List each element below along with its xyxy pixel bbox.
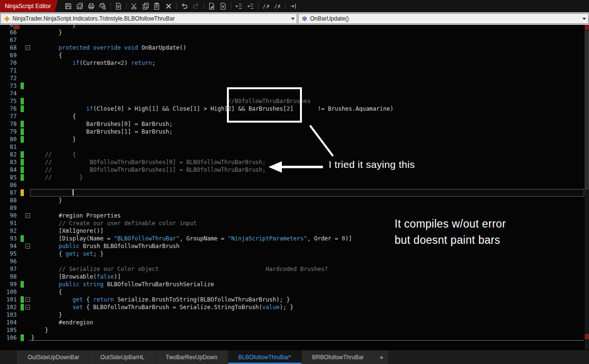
goto-icon[interactable]	[288, 1, 299, 11]
uncomment-icon[interactable]: //	[272, 1, 283, 11]
line-number: 102	[0, 303, 19, 311]
marker-space	[19, 44, 25, 52]
class-selector-dropdown[interactable]: NinjaTrader.NinjaScript.Indicators.Trdns…	[0, 13, 297, 24]
line-number: 84	[0, 166, 19, 174]
fold-space: −	[25, 296, 31, 303]
code-line[interactable]: 101− get { return Serialize.BrushToStrin…	[0, 296, 589, 303]
code-line[interactable]: 103 }	[0, 311, 589, 319]
code-line[interactable]: 72	[0, 74, 589, 82]
tab-blbofollowthrubar[interactable]: BLBOfollowThruBar*	[228, 350, 302, 364]
code-line[interactable]: 78 BarBrushes[0] = BarBrush;	[0, 120, 589, 128]
code-line[interactable]: 104 #endregion	[0, 319, 589, 326]
code-text: }	[31, 25, 589, 29]
code-line[interactable]: 102− set { BLBOfollowThruBarBrush = Seri…	[0, 303, 589, 311]
fold-collapse-box[interactable]: −	[25, 244, 30, 249]
chevron-down-icon[interactable]	[580, 14, 588, 23]
code-line[interactable]: 82 // {	[0, 151, 589, 158]
code-line[interactable]: 75 //BOfollowThruBarBrushes	[0, 97, 589, 105]
comment-icon[interactable]: //	[260, 1, 272, 11]
code-line[interactable]: 65 }	[0, 25, 589, 29]
code-line[interactable]: 76 if(Close[0] > High[1] && Close[1] > H…	[0, 105, 589, 113]
code-line[interactable]: 93 [Display(Name = "BLBOfollowThruBar", …	[0, 235, 589, 242]
code-line[interactable]: 70 if(CurrentBar<2) return;	[0, 59, 589, 67]
code-line[interactable]: 73	[0, 82, 589, 90]
fold-collapse-box[interactable]: −	[25, 213, 30, 218]
code-text: // BOfollowThruBarBrushes[1] = BLBOfollo…	[31, 166, 589, 174]
code-line[interactable]: 86	[0, 181, 589, 189]
code-line[interactable]: 71	[0, 67, 589, 74]
cut-icon[interactable]	[129, 1, 140, 11]
code-line[interactable]: 83 // BOfollowThruBarBrushes[0] = BLBOfo…	[0, 158, 589, 166]
delete-icon[interactable]	[163, 1, 174, 11]
indent-icon[interactable]	[245, 1, 256, 11]
member-selector-dropdown[interactable]: OnBarUpdate()	[298, 13, 589, 24]
code-line[interactable]: 66 }	[0, 29, 589, 36]
line-number: 68	[0, 44, 19, 52]
code-line[interactable]: 100 {	[0, 288, 589, 296]
code-line[interactable]: 85 // }	[0, 174, 589, 181]
code-line[interactable]: 81	[0, 143, 589, 151]
code-text: { get; set; }	[31, 250, 589, 258]
fold-space	[25, 166, 31, 174]
code-line[interactable]: 88 }	[0, 197, 589, 204]
fold-space	[25, 120, 31, 128]
code-text: }	[31, 29, 589, 36]
fold-space	[25, 151, 31, 158]
code-line[interactable]: 74	[0, 90, 589, 97]
chevron-down-icon[interactable]	[289, 14, 297, 23]
document-icon[interactable]	[113, 1, 124, 11]
marker-space	[19, 250, 25, 258]
code-line[interactable]: 79 BarBrushes[1] = BarBrush;	[0, 128, 589, 135]
line-number: 94	[0, 242, 19, 250]
outdent-icon[interactable]	[233, 1, 245, 11]
print-preview-icon[interactable]	[97, 1, 108, 11]
copy-icon[interactable]	[140, 1, 151, 11]
code-line[interactable]: 77 {	[0, 113, 589, 120]
print-icon[interactable]	[86, 1, 97, 11]
code-line[interactable]: 91 // Create our user definable color in…	[0, 219, 589, 227]
tab-twobarrevupdown[interactable]: TwoBarRevUpDown	[155, 350, 228, 364]
fold-collapse-box[interactable]: −	[25, 297, 30, 302]
change-marker	[19, 120, 25, 128]
fold-space: −	[25, 303, 31, 311]
code-line[interactable]: 68− protected override void OnBarUpdate(…	[0, 44, 589, 52]
code-line[interactable]: 105 }	[0, 326, 589, 334]
code-line[interactable]: 87	[0, 189, 589, 197]
line-number: 85	[0, 174, 19, 181]
fold-space	[25, 181, 31, 189]
code-line[interactable]: 94− public Brush BLBOfollowThruBarBrush	[0, 242, 589, 250]
save-all-icon[interactable]	[74, 1, 86, 11]
tab-brbofollowthrubar[interactable]: BRBOfollowThruBar	[302, 350, 375, 364]
code-line[interactable]: 99 public string BLBOfollowThruBarBrushS…	[0, 281, 589, 288]
code-editor[interactable]: 65 }66 }6768− protected override void On…	[0, 25, 589, 350]
code-line[interactable]: 97 // Serialize our Color object Hardcod…	[0, 265, 589, 273]
code-line[interactable]: 84 // BOfollowThruBarBrushes[1] = BLBOfo…	[0, 166, 589, 174]
fold-collapse-box[interactable]: −	[25, 305, 30, 310]
fold-collapse-box[interactable]: −	[25, 45, 30, 50]
code-line[interactable]: 69 {	[0, 52, 589, 59]
paste-icon[interactable]	[151, 1, 163, 11]
code-line[interactable]: 67	[0, 36, 589, 44]
code-line[interactable]: 80 }	[0, 135, 589, 143]
undo-icon[interactable]	[179, 1, 190, 11]
code-line[interactable]: 95 { get; set; }	[0, 250, 589, 258]
save-icon[interactable]	[63, 1, 74, 11]
line-number: 71	[0, 67, 19, 74]
fold-space	[25, 250, 31, 258]
code-line[interactable]: 106}	[0, 334, 589, 342]
code-line[interactable]: 89	[0, 204, 589, 212]
fold-space	[25, 319, 31, 326]
line-number: 80	[0, 135, 19, 143]
tab-strip: OutSideUpDownBarOutSideUpBarHLTwoBarRevU…	[0, 350, 589, 364]
new-tab-button[interactable]: +	[375, 350, 389, 364]
code-line[interactable]: 96	[0, 258, 589, 265]
code-line[interactable]: 98 [Browsable(false)]	[0, 273, 589, 281]
code-line[interactable]: 92 [XmlIgnore()]	[0, 227, 589, 235]
line-number: 101	[0, 296, 19, 303]
tab-outsideupdownbar[interactable]: OutSideUpDownBar	[17, 350, 90, 364]
compile-icon[interactable]	[217, 1, 229, 11]
tab-outsideupbarhl[interactable]: OutSideUpBarHL	[90, 350, 155, 364]
edit-document-icon[interactable]	[206, 1, 217, 11]
code-line[interactable]: 90− #region Properties	[0, 212, 589, 219]
line-number: 74	[0, 90, 19, 97]
